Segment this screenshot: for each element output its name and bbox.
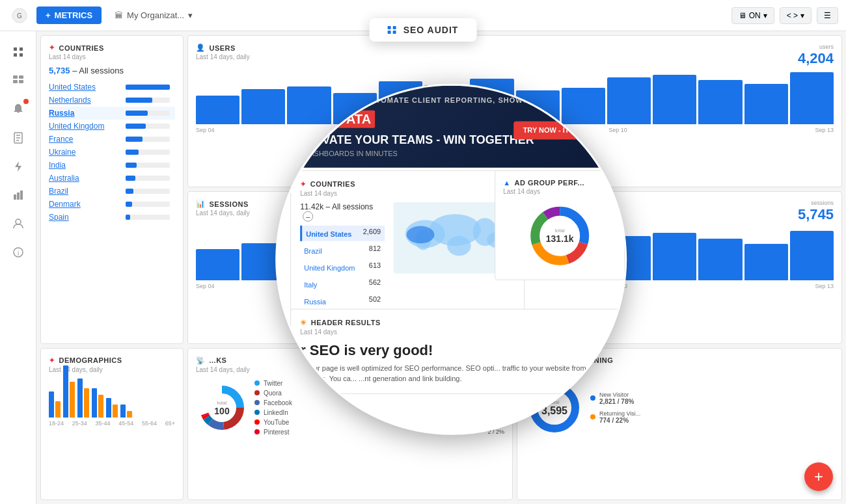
demo-bar-orange — [70, 382, 75, 418]
sessions-total: 5,735 – All sessions — [49, 66, 175, 75]
demo-bar-orange — [55, 401, 61, 418]
circle-countries-title: ✦ COUNTRIES — [300, 179, 355, 188]
bar-group — [49, 391, 61, 418]
demo-bar-blue — [63, 365, 68, 418]
seo-description: r, your page is well optimized for SEO p… — [300, 362, 615, 384]
bar — [744, 84, 788, 124]
list-item: Denmark — [49, 198, 175, 211]
circle-countries-widget: ✦ COUNTRIES Last 14 days + 11.42k – All … — [290, 170, 525, 318]
notification-badge — [23, 99, 29, 104]
bar-group — [63, 365, 75, 418]
nav-controls: 🖥 ON ▾ < > ▾ ☰ — [731, 7, 838, 24]
legend-dot — [590, 395, 595, 401]
share-btn[interactable]: < > ▾ — [780, 7, 812, 24]
hamburger-icon: ☰ — [824, 11, 831, 20]
sidebar-item-info[interactable]: i — [5, 239, 31, 265]
svg-rect-7 — [19, 75, 23, 79]
bar — [653, 233, 696, 281]
svg-rect-17 — [20, 191, 23, 200]
ad-cta-button[interactable]: TRY NOW - IT IS FRE... — [514, 121, 610, 139]
list-item: Italy 562 — [300, 276, 385, 291]
fab-add-button[interactable]: + — [804, 462, 833, 491]
users-icon: 👤 — [196, 44, 206, 52]
svg-point-36 — [407, 226, 435, 243]
header-results-title: ☀ HEADER RESULTS — [300, 318, 615, 326]
demographics-widget: ✦ DEMOGRAPHICS Last 14 days, daily — [40, 348, 184, 500]
demo-bar-blue — [49, 391, 54, 418]
sidebar-item-bell[interactable] — [5, 96, 31, 122]
sidebar-item-lightning[interactable] — [5, 153, 31, 179]
list-item: United Kingdom 613 — [300, 259, 385, 274]
circle-magnifier-overlay: REDUCE CHURN: AUTOMATE CLIENT REPORTING,… — [275, 83, 627, 434]
bar — [196, 96, 239, 124]
sidebar-item-home[interactable] — [5, 39, 31, 65]
monitor-icon: 🖥 — [739, 11, 746, 20]
svg-rect-16 — [17, 192, 20, 200]
countries2-icon: ✦ — [300, 179, 307, 188]
bar-group — [120, 405, 132, 418]
users-count-label: users — [798, 44, 834, 50]
label: Sep 04 — [196, 127, 215, 133]
bar-group — [106, 398, 118, 418]
list-item: Ukraine — [49, 146, 175, 159]
bar — [653, 75, 696, 124]
demo-bar-orange — [113, 405, 118, 418]
networks-total: total 100 — [214, 399, 229, 416]
svg-rect-5 — [20, 53, 23, 57]
demo-bar-blue — [120, 405, 126, 418]
svg-text:i: i — [17, 250, 18, 257]
list-item: Netherlands — [49, 94, 175, 107]
list-item: Russia 502 — [300, 293, 385, 308]
demo-bar-blue — [92, 388, 97, 418]
age-label: 18-24 — [49, 420, 64, 427]
share-icon: < > — [787, 11, 798, 20]
bar — [196, 249, 239, 280]
list-item: India — [49, 159, 175, 172]
sidebar-item-doc[interactable] — [5, 125, 31, 151]
svg-marker-14 — [15, 161, 21, 172]
demo-bar-orange — [98, 395, 103, 418]
circle-countries-table: 11.42k – All sessions – United States 2,… — [300, 202, 385, 308]
minus-btn[interactable]: – — [303, 211, 313, 221]
sidebar-item-chart[interactable] — [5, 182, 31, 208]
bar — [698, 80, 742, 124]
svg-rect-3 — [20, 47, 23, 51]
dashboard-wrapper: G + METRICS 🏛 My Organizat... ▾ 🖥 ON ▾ <… — [0, 0, 846, 504]
metrics-plus-icon: + — [46, 10, 51, 20]
list-item: Spain — [49, 211, 175, 224]
returning-legend: New Visitor 2,821 / 78% Returning Visi..… — [590, 390, 640, 425]
list-item: United Kingdom — [49, 120, 175, 133]
label: Sep 13 — [815, 127, 834, 133]
countries-widget: ✦ COUNTRIES Last 14 days 5,735 – All ses… — [40, 35, 184, 344]
demo-bar-orange — [127, 411, 132, 418]
legend-dot — [254, 410, 260, 415]
bar — [698, 239, 742, 280]
hamburger-btn[interactable]: ☰ — [817, 7, 838, 24]
svg-rect-6 — [13, 75, 18, 79]
building-icon: 🏛 — [115, 10, 123, 20]
sidebar-item-grid[interactable] — [5, 68, 31, 94]
list-item-russia: Russia — [49, 107, 175, 120]
adgroup-donut: total 131.1k — [524, 200, 595, 271]
age-label: 35-44 — [95, 420, 110, 427]
demo-bar-blue — [77, 378, 83, 418]
demo-bar-blue — [106, 398, 111, 418]
org-selector[interactable]: 🏛 My Organizat... ▾ — [109, 8, 198, 23]
sidebar: i — [0, 31, 36, 504]
bar — [744, 244, 788, 280]
seo-headline: r SEO is very good! — [300, 341, 615, 358]
legend-dot — [254, 400, 260, 405]
list-item: Brazil — [49, 185, 175, 198]
demo-icon: ✦ — [49, 356, 55, 365]
metrics-button[interactable]: + METRICS — [36, 7, 102, 24]
sidebar-item-user[interactable] — [5, 211, 31, 237]
list-item: Australia — [49, 172, 175, 185]
sessions-count-label: sessions — [798, 200, 834, 206]
sessions-title: 📊 SESSIONS — [196, 200, 250, 208]
svg-rect-9 — [19, 80, 23, 83]
on-toggle-btn[interactable]: 🖥 ON ▾ — [731, 7, 774, 24]
networks-icon: 📡 — [196, 356, 206, 365]
svg-point-33 — [447, 235, 471, 256]
list-item: United States 2,609 — [300, 225, 385, 241]
list-item: Returning Visi... 774 / 22% — [590, 409, 640, 425]
